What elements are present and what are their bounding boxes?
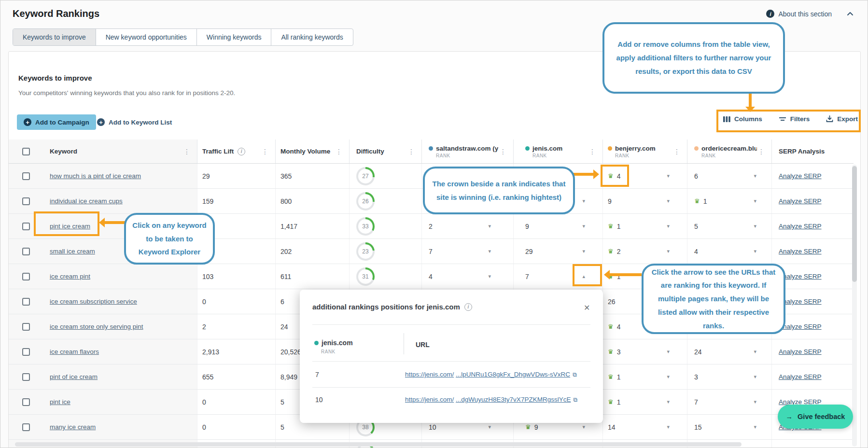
give-feedback-button[interactable]: → Give feedback [778, 405, 853, 429]
keyword-link[interactable]: pint ice [50, 398, 70, 406]
kebab-menu-icon[interactable]: ⋮ [336, 148, 342, 155]
expand-rankings-caret-down-icon[interactable]: ▾ [754, 198, 756, 204]
kebab-menu-icon[interactable]: ⋮ [183, 148, 190, 155]
keyword-link[interactable]: ice cream subscription service [50, 298, 137, 305]
expand-rankings-caret-down-icon[interactable]: ▾ [582, 198, 585, 204]
horizontal-scrollbar-thumb[interactable] [15, 442, 742, 447]
expand-rankings-caret-down-icon[interactable]: ▾ [667, 198, 670, 204]
expand-rankings-caret-down-icon[interactable]: ▾ [754, 173, 756, 179]
row-checkbox[interactable] [22, 223, 30, 230]
select-all-checkbox[interactable] [22, 148, 30, 155]
expand-rankings-caret-down-icon[interactable]: ▾ [667, 223, 670, 229]
expand-rankings-caret-down-icon[interactable]: ▾ [754, 223, 756, 229]
rank-value: 4 [617, 323, 621, 331]
difficulty-donut: 23 [356, 242, 375, 261]
kebab-menu-icon[interactable]: ⋮ [673, 148, 680, 155]
keyword-link[interactable]: how much is a pint of ice cream [50, 172, 141, 180]
monthly-volume-value: 8,949 [280, 373, 297, 381]
keyword-link[interactable]: pint of ice cream [50, 373, 98, 380]
row-checkbox[interactable] [22, 373, 30, 381]
ranking-url-link[interactable]: https://jenis.com/ ...lpUNRu1G8gkFx_Dhgw… [405, 371, 577, 378]
keyword-link[interactable]: pint ice cream [50, 223, 90, 230]
rank-cell-benjerry: ♛3▾ [602, 339, 687, 364]
add-to-campaign-button[interactable]: + Add to Campaign [17, 114, 96, 130]
expand-rankings-caret-down-icon[interactable]: ▾ [667, 374, 670, 380]
rank-cell-benjerry: ♛2▾ [602, 239, 687, 264]
keyword-link[interactable]: many ice cream [50, 423, 96, 431]
analyze-serp-link[interactable]: Analyze SERP [779, 373, 822, 380]
expand-rankings-caret-down-icon[interactable]: ▾ [667, 399, 670, 405]
expand-rankings-caret-down-icon[interactable]: ▾ [488, 223, 491, 229]
tab-winning-keywords[interactable]: Winning keywords [197, 29, 272, 45]
collapse-rankings-caret-up-icon[interactable]: ▴ [582, 273, 585, 280]
monthly-volume-value: 5 [280, 423, 284, 431]
close-icon[interactable]: ✕ [584, 303, 590, 312]
column-header-difficulty: Difficulty [356, 148, 384, 155]
export-button[interactable]: Export [826, 115, 858, 123]
section-subtitle: Your competitors' winning keywords that … [18, 89, 235, 97]
expand-rankings-caret-down-icon[interactable]: ▾ [667, 248, 670, 254]
collapse-section-button[interactable] [846, 10, 854, 18]
expand-rankings-caret-down-icon[interactable]: ▾ [754, 424, 756, 430]
row-checkbox[interactable] [22, 348, 30, 356]
expand-rankings-caret-down-icon[interactable]: ▾ [754, 349, 756, 355]
rank-cell-benjerry: 14▾ [602, 415, 687, 439]
expand-rankings-caret-down-icon[interactable]: ▾ [582, 248, 585, 254]
tab-keywords-to-improve[interactable]: Keywords to improve [13, 29, 96, 45]
keyword-link[interactable]: ice cream pint [50, 273, 90, 280]
kebab-menu-icon[interactable]: ⋮ [758, 148, 765, 155]
expand-rankings-caret-down-icon[interactable]: ▾ [667, 349, 670, 355]
expand-rankings-caret-down-icon[interactable]: ▾ [754, 374, 756, 380]
analyze-serp-link[interactable]: Analyze SERP [779, 172, 822, 180]
expand-rankings-caret-down-icon[interactable]: ▾ [754, 248, 756, 254]
crown-icon: ♛ [608, 374, 614, 380]
ranking-url-link[interactable]: https://jenis.com/ ...dgWuyuzH8E3ty7vX7P… [405, 396, 577, 403]
row-checkbox[interactable] [22, 172, 30, 180]
row-checkbox[interactable] [22, 273, 30, 280]
view-tabs: Keywords to improve New keyword opportun… [13, 28, 353, 46]
expand-rankings-caret-down-icon[interactable]: ▾ [582, 424, 585, 430]
expand-rankings-caret-down-icon[interactable]: ▾ [667, 424, 670, 430]
row-checkbox[interactable] [22, 398, 30, 406]
site-dot-icon [525, 146, 530, 151]
plus-icon: + [97, 118, 105, 126]
rank-value: 9 [608, 197, 612, 205]
about-this-section[interactable]: i About this section [766, 10, 832, 18]
expand-rankings-caret-down-icon[interactable]: ▾ [754, 399, 756, 405]
kebab-menu-icon[interactable]: ⋮ [500, 148, 506, 155]
columns-button[interactable]: Columns [723, 115, 762, 123]
row-checkbox[interactable] [22, 298, 30, 306]
add-to-keyword-list-button[interactable]: + Add to Keyword List [97, 114, 172, 130]
expand-rankings-caret-down-icon[interactable]: ▾ [667, 173, 670, 179]
kebab-menu-icon[interactable]: ⋮ [262, 148, 268, 155]
kebab-menu-icon[interactable]: ⋮ [589, 148, 596, 155]
kebab-menu-icon[interactable]: ⋮ [408, 148, 415, 155]
difficulty-donut: 33 [356, 217, 375, 236]
analyze-serp-link[interactable]: Analyze SERP [779, 248, 822, 255]
row-checkbox[interactable] [22, 248, 30, 255]
analyze-serp-link[interactable]: Analyze SERP [779, 223, 822, 230]
filters-button[interactable]: Filters [779, 115, 810, 123]
keyword-link[interactable]: ice cream store only serving pint [50, 323, 143, 330]
expand-rankings-caret-down-icon[interactable]: ▾ [582, 223, 585, 229]
row-checkbox[interactable] [22, 323, 30, 331]
analyze-serp-link[interactable]: Analyze SERP [779, 197, 822, 205]
keyword-link[interactable]: ice cream flavors [50, 348, 99, 355]
expand-rankings-caret-down-icon[interactable]: ▾ [488, 424, 491, 430]
analyze-serp-link[interactable]: Analyze SERP [779, 348, 822, 355]
keyword-link[interactable]: individual ice cream cups [50, 197, 123, 205]
row-checkbox[interactable] [22, 197, 30, 205]
tab-all-ranking-keywords[interactable]: All ranking keywords [271, 29, 352, 45]
rank-value: 1 [617, 223, 621, 230]
row-checkbox[interactable] [22, 423, 30, 431]
rank-value: 29 [525, 248, 533, 255]
keyword-link[interactable]: small ice cream [50, 248, 95, 255]
expand-rankings-caret-down-icon[interactable]: ▾ [488, 273, 491, 280]
tab-new-keyword-opportunities[interactable]: New keyword opportunities [96, 29, 197, 45]
expand-rankings-caret-down-icon[interactable]: ▾ [488, 248, 491, 254]
rank-value: 1 [617, 398, 621, 406]
traffic-lift-value: 0 [202, 423, 206, 431]
popup-ranking-row: 7 https://jenis.com/ ...lpUNRu1G8gkFx_Dh… [300, 363, 603, 387]
vertical-scrollbar-thumb[interactable] [852, 166, 857, 282]
site-dot-icon [608, 146, 612, 151]
